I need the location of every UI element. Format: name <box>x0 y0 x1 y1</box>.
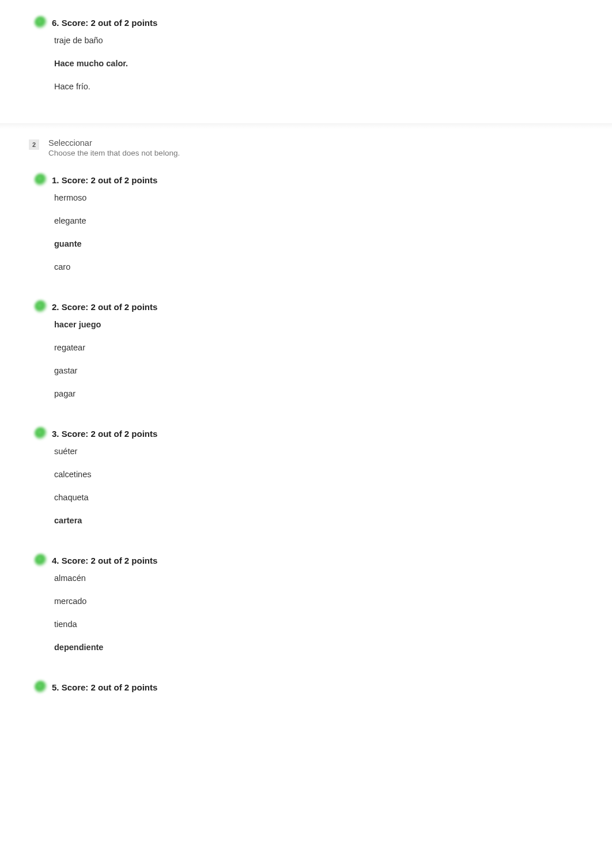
answer-option: almacén <box>54 573 583 583</box>
score-text: 1. Score: 2 out of 2 points <box>52 175 157 185</box>
question-block: 1. Score: 2 out of 2 pointshermosoelegan… <box>29 169 583 296</box>
question-block: 4. Score: 2 out of 2 pointsalmacénmercad… <box>29 549 583 676</box>
question-block: 5. Score: 2 out of 2 points <box>29 676 583 711</box>
score-line: 5. Score: 2 out of 2 points <box>35 681 583 693</box>
correct-marker-icon <box>35 427 47 440</box>
option-list: suétercalcetineschaquetacartera <box>54 447 583 525</box>
section-subtitle: Choose the item that does not belong. <box>48 149 180 157</box>
option-list: traje de bañoHace mucho calor.Hace frío. <box>54 36 583 91</box>
option-list: hermosoeleganteguantecaro <box>54 193 583 271</box>
score-text: 5. Score: 2 out of 2 points <box>52 682 157 692</box>
correct-marker-icon <box>35 300 47 313</box>
correct-marker-icon <box>35 554 47 567</box>
answer-option: chaqueta <box>54 493 583 502</box>
question-block: 2. Score: 2 out of 2 pointshacer juegore… <box>29 296 583 422</box>
correct-marker-icon <box>35 681 47 693</box>
answer-option: traje de baño <box>54 36 583 45</box>
score-text: 6. Score: 2 out of 2 points <box>52 18 157 28</box>
answer-option: hacer juego <box>54 320 583 329</box>
answer-option: pagar <box>54 389 583 398</box>
score-line: 6. Score: 2 out of 2 points <box>35 16 583 29</box>
answer-option: mercado <box>54 597 583 606</box>
section-header-text: Seleccionar Choose the item that does no… <box>48 138 180 157</box>
section-title: Seleccionar <box>48 138 180 148</box>
answer-option: Hace mucho calor. <box>54 59 583 68</box>
answer-option: guante <box>54 239 583 248</box>
question-block: 3. Score: 2 out of 2 pointssuétercalceti… <box>29 422 583 549</box>
answer-option: elegante <box>54 216 583 225</box>
score-text: 4. Score: 2 out of 2 points <box>52 556 157 565</box>
correct-marker-icon <box>35 16 47 29</box>
correct-marker-icon <box>35 173 47 186</box>
score-text: 2. Score: 2 out of 2 points <box>52 302 157 312</box>
answer-option: caro <box>54 262 583 271</box>
section-divider <box>0 123 612 129</box>
answer-option: dependiente <box>54 643 583 652</box>
answer-option: tienda <box>54 620 583 629</box>
answer-option: calcetines <box>54 470 583 479</box>
question-block: 6. Score: 2 out of 2 points traje de bañ… <box>29 12 583 115</box>
answer-option: cartera <box>54 516 583 525</box>
quiz-results-page: 6. Score: 2 out of 2 points traje de bañ… <box>0 0 612 868</box>
score-text: 3. Score: 2 out of 2 points <box>52 429 157 439</box>
option-list: almacénmercadotiendadependiente <box>54 573 583 652</box>
answer-option: hermoso <box>54 193 583 202</box>
questions-container: 1. Score: 2 out of 2 pointshermosoelegan… <box>29 169 583 711</box>
score-line: 2. Score: 2 out of 2 points <box>35 300 583 313</box>
answer-option: suéter <box>54 447 583 456</box>
score-line: 4. Score: 2 out of 2 points <box>35 554 583 567</box>
section-header: 2 Seleccionar Choose the item that does … <box>29 133 583 161</box>
answer-option: Hace frío. <box>54 82 583 91</box>
score-line: 3. Score: 2 out of 2 points <box>35 427 583 440</box>
answer-option: regatear <box>54 343 583 352</box>
option-list: hacer juegoregateargastarpagar <box>54 320 583 398</box>
answer-option: gastar <box>54 366 583 375</box>
section-number-badge: 2 <box>29 139 39 150</box>
score-line: 1. Score: 2 out of 2 points <box>35 173 583 186</box>
